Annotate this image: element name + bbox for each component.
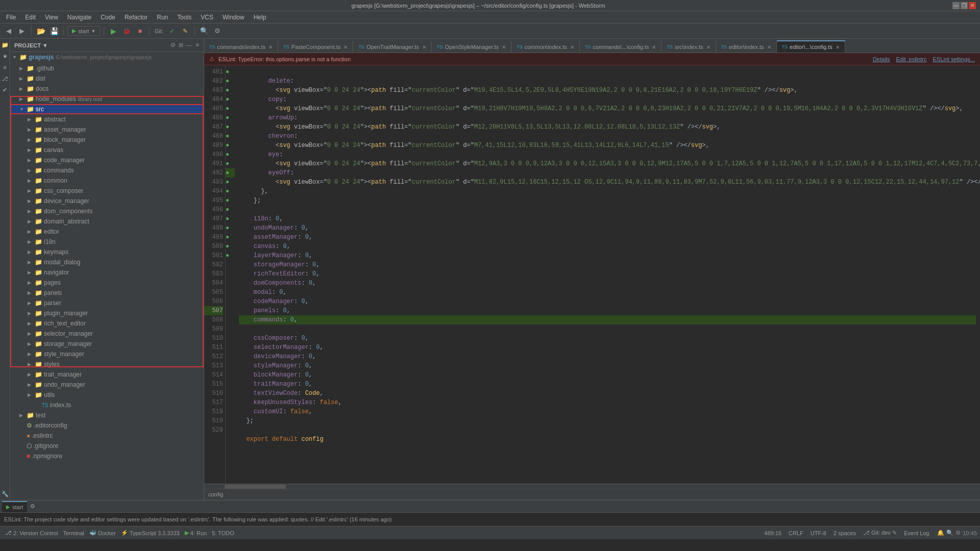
tree-item-pages[interactable]: ▶ 📁 pages xyxy=(10,278,204,288)
tab-close-icon[interactable]: ✕ xyxy=(652,44,656,50)
menu-vcs[interactable]: VCS xyxy=(197,13,217,22)
tab-close-icon[interactable]: ✕ xyxy=(706,44,710,50)
menu-run[interactable]: Run xyxy=(153,13,172,22)
error-details-link[interactable]: Details xyxy=(873,56,890,62)
tree-item-domain-abstract[interactable]: ▶ 📁 domain_abstract xyxy=(10,216,204,227)
tree-item-plugin-manager[interactable]: ▶ 📁 plugin_manager xyxy=(10,308,204,318)
menu-refactor[interactable]: Refactor xyxy=(120,13,152,22)
tree-item-i18n[interactable]: ▶ 📁 i18n xyxy=(10,237,204,247)
menu-tools[interactable]: Tools xyxy=(173,13,195,22)
status-line-ending[interactable]: CRLF xyxy=(787,530,805,536)
status-run[interactable]: ▶ 4: Run xyxy=(183,530,209,536)
tab-paste-component[interactable]: TS PasteComponent.ts ✕ xyxy=(278,40,353,53)
tab-close-icon[interactable]: ✕ xyxy=(268,44,273,50)
tab-editor-config[interactable]: TS editor\...\config.ts ✕ xyxy=(777,40,845,53)
status-version-control[interactable]: ⎇ 2: Version Control xyxy=(3,530,60,536)
status-event-log[interactable]: Event Log xyxy=(902,530,932,536)
tree-item-utils[interactable]: ▶ 📁 utils xyxy=(10,390,204,400)
sidebar-settings-icon[interactable]: ⚙ xyxy=(170,42,176,48)
tree-item-code-manager[interactable]: ▶ 📁 code_manager xyxy=(10,155,204,165)
menu-view[interactable]: View xyxy=(41,13,62,22)
tree-item-rich-text-editor[interactable]: ▶ 📁 rich_text_editor xyxy=(10,318,204,329)
tree-item-css-composer[interactable]: ▶ 📁 css_composer xyxy=(10,186,204,196)
run-tab-settings[interactable]: ⚙ xyxy=(27,501,38,512)
nav-forward-button[interactable]: ▶ xyxy=(16,26,28,37)
status-git-branch[interactable]: ⎇ Git: dev ✎ xyxy=(861,530,899,536)
tree-item-eslintrc[interactable]: ● .eslintrc xyxy=(10,431,204,441)
tree-item-panels[interactable]: ▶ 📁 panels xyxy=(10,288,204,298)
run-config-label[interactable]: ▶ start ▼ xyxy=(67,26,100,36)
tree-item-keymaps[interactable]: ▶ 📁 keymaps xyxy=(10,247,204,257)
tree-item-block-manager[interactable]: ▶ 📁 block_manager xyxy=(10,135,204,145)
tab-commands-config[interactable]: TS commands\...\config.ts ✕ xyxy=(580,40,662,53)
tree-item-github[interactable]: ▶ 📁 .github xyxy=(10,63,204,73)
tab-close-icon[interactable]: ✕ xyxy=(767,44,771,50)
tray-icon-2[interactable]: 🔍 xyxy=(946,530,953,536)
code-content[interactable]: delete: <svg viewBox="0 0 24 24"><path f… xyxy=(235,65,980,484)
tree-item-docs[interactable]: ▶ 📁 docs xyxy=(10,84,204,94)
menu-edit[interactable]: Edit xyxy=(21,13,40,22)
tree-item-dist[interactable]: ▶ 📁 dist xyxy=(10,73,204,84)
tab-open-style[interactable]: TS OpenStyleManager.ts ✕ xyxy=(432,40,511,53)
tree-item-editor[interactable]: ▶ 📁 editor xyxy=(10,227,204,237)
h-scroll-thumb[interactable] xyxy=(225,485,286,489)
tree-item-canvas[interactable]: ▶ 📁 canvas xyxy=(10,145,204,155)
activity-project-icon[interactable]: 📁 xyxy=(1,41,9,49)
tree-item-test[interactable]: ▶ 📁 test xyxy=(10,410,204,420)
tree-item-editorconfig[interactable]: ⚙ .editorconfig xyxy=(10,420,204,431)
search-button[interactable]: 🔍 xyxy=(199,26,210,37)
tree-item-dom-components[interactable]: ▶ 📁 dom_components xyxy=(10,206,204,216)
tab-editor-index[interactable]: TS editor\index.ts ✕ xyxy=(716,40,777,53)
tab-open-trait[interactable]: TS OpenTraitManager.ts ✕ xyxy=(353,40,431,53)
menu-window[interactable]: Window xyxy=(218,13,249,22)
sidebar-close-icon[interactable]: ✕ xyxy=(195,42,200,48)
menu-code[interactable]: Code xyxy=(96,13,119,22)
git-update-button[interactable]: Git: xyxy=(153,26,164,37)
tree-item-trait-manager[interactable]: ▶ 📁 trait_manager xyxy=(10,369,204,380)
tree-item-common[interactable]: ▶ 📁 common xyxy=(10,176,204,186)
tree-root-grapesjs[interactable]: ▼ 📁 grapesjs G:\webstorm_project\grapesj… xyxy=(10,52,204,62)
status-typescript[interactable]: ⚡ TypeScript 3.3.3333 xyxy=(119,530,182,536)
tree-item-asset-manager[interactable]: ▶ 📁 asset_manager xyxy=(10,124,204,135)
tree-item-commands[interactable]: ▶ 📁 commands xyxy=(10,165,204,176)
open-file-button[interactable]: 📂 xyxy=(35,26,46,37)
status-docker[interactable]: 🐳 Docker xyxy=(87,530,118,536)
status-terminal[interactable]: Terminal xyxy=(61,530,86,536)
tree-item-navigator[interactable]: ▶ 📁 navigator xyxy=(10,267,204,278)
tree-item-modal-dialog[interactable]: ▶ 📁 modal_dialog xyxy=(10,257,204,267)
sidebar-collapse-icon[interactable]: — xyxy=(186,42,192,48)
tab-close-icon[interactable]: ✕ xyxy=(836,44,840,50)
run-tab-run[interactable]: ▶ start xyxy=(2,501,27,512)
sidebar-expand-icon[interactable]: ⊞ xyxy=(179,42,183,48)
activity-git-icon[interactable]: ⎇ xyxy=(1,74,9,83)
tray-icon-3[interactable]: ⚙ xyxy=(955,530,961,536)
horizontal-scrollbar[interactable] xyxy=(204,484,980,489)
activity-structure-icon[interactable]: ≡ xyxy=(1,63,9,71)
tree-item-device-manager[interactable]: ▶ 📁 device_manager xyxy=(10,196,204,206)
tab-common-index[interactable]: TS common\index.ts ✕ xyxy=(511,40,580,53)
edit-eslintrc-link[interactable]: Edit .eslintrc xyxy=(896,56,927,62)
tree-item-node-modules[interactable]: ▶ 📁 node_modules library root xyxy=(10,94,204,104)
tree-item-index-ts[interactable]: TS index.ts xyxy=(10,400,204,410)
tree-item-selector-manager[interactable]: ▶ 📁 selector_manager xyxy=(10,329,204,339)
nav-back-button[interactable]: ◀ xyxy=(3,26,14,37)
tree-item-undo-manager[interactable]: ▶ 📁 undo_manager xyxy=(10,380,204,390)
close-button[interactable]: ✕ xyxy=(969,2,976,9)
git-check-button[interactable]: ✓ xyxy=(166,26,178,37)
run-button[interactable]: ▶ xyxy=(108,26,119,37)
save-button[interactable]: 💾 xyxy=(48,26,60,37)
status-position[interactable]: 489:16 xyxy=(762,530,783,536)
tree-item-src[interactable]: ▼ 📁 src xyxy=(10,104,204,114)
activity-favorites-icon[interactable]: ★ xyxy=(1,52,9,60)
tree-item-storage-manager[interactable]: ▶ 📁 storage_manager xyxy=(10,339,204,349)
tab-commands-index[interactable]: TS commands\index.ts ✕ xyxy=(204,40,278,53)
tab-close-icon[interactable]: ✕ xyxy=(422,44,426,50)
activity-bottom-icon[interactable]: 🔧 xyxy=(1,490,9,498)
status-indent[interactable]: 2 spaces xyxy=(831,530,858,536)
menu-navigate[interactable]: Navigate xyxy=(63,13,95,22)
tray-icon-1[interactable]: 🔔 xyxy=(937,530,944,536)
activity-todo-icon[interactable]: ✔ xyxy=(1,86,9,94)
minimize-button[interactable]: — xyxy=(952,2,960,9)
tree-item-parser[interactable]: ▶ 📁 parser xyxy=(10,298,204,308)
status-encoding[interactable]: UTF-8 xyxy=(808,530,828,536)
